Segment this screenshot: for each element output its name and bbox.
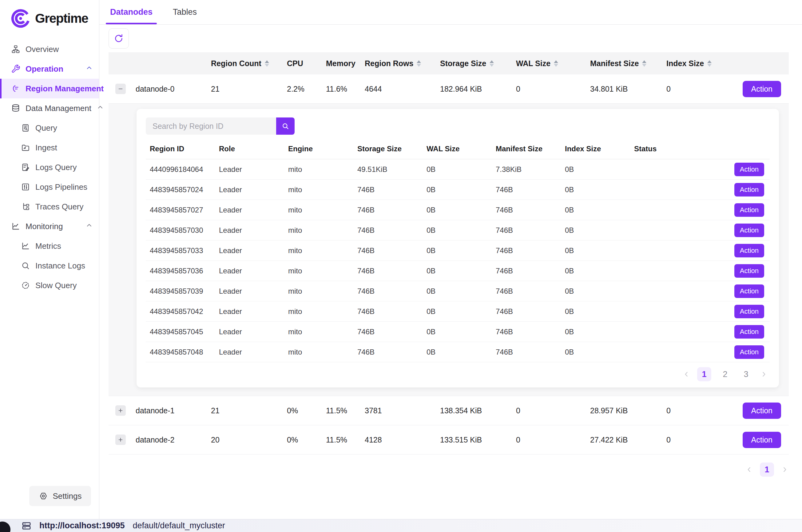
refresh-button[interactable]	[109, 28, 129, 49]
settings-button[interactable]: Settings	[29, 486, 91, 506]
region-search-input[interactable]	[146, 117, 276, 135]
cell-wal-size: 0	[516, 406, 590, 415]
action-button[interactable]: Action	[743, 402, 781, 419]
cell-engine: mito	[284, 327, 354, 336]
sidebar-section-monitoring[interactable]: Monitoring	[0, 216, 99, 236]
collapse-row-button[interactable]	[115, 84, 126, 94]
sort-control[interactable]	[265, 60, 269, 67]
sidebar-section-data-management[interactable]: Data Management	[0, 98, 99, 118]
sidebar-item-traces-query[interactable]: Traces Query	[0, 197, 99, 216]
page-button-1[interactable]: 1	[697, 367, 711, 381]
cell-storage-size: 746B	[354, 348, 422, 356]
cell-wal-size: 0	[516, 84, 590, 94]
column-header-manifest-size: Manifest Size	[492, 145, 561, 153]
magnifier-icon	[21, 261, 30, 270]
region-action-button[interactable]: Action	[734, 305, 764, 318]
tab-tables[interactable]: Tables	[172, 0, 198, 24]
metrics-chart-icon	[21, 241, 30, 251]
prev-page-icon[interactable]	[745, 466, 753, 474]
sidebar-item-ingest[interactable]: Ingest	[0, 138, 99, 157]
cell-wal-size: 0B	[422, 348, 492, 356]
region-action-button[interactable]: Action	[734, 183, 764, 196]
cluster-selector[interactable]: default/default_mycluster	[133, 521, 225, 530]
sort-control[interactable]	[490, 60, 494, 67]
tab-datanodes[interactable]: Datanodes	[109, 0, 154, 24]
sidebar-item-label: Data Management	[25, 103, 91, 113]
sidebar-item-label: Traces Query	[35, 202, 84, 212]
region-action-button[interactable]: Action	[734, 325, 764, 339]
cell-index-size: 0B	[561, 246, 630, 255]
server-url[interactable]: http://localhost:19095	[39, 521, 125, 530]
plus-icon	[117, 436, 124, 443]
sidebar-item-logs-pipelines[interactable]: Logs Pipelines	[0, 177, 99, 197]
cell-region-rows: 4128	[365, 435, 440, 444]
cell-memory: 11.6%	[326, 84, 365, 94]
column-header-region-id: Region ID	[146, 145, 215, 153]
refresh-icon	[114, 34, 123, 43]
prev-page-icon[interactable]	[682, 370, 690, 378]
cell-index-size: 0B	[561, 186, 630, 194]
main-panel: Datanodes Tables Region Count CPU	[99, 0, 802, 519]
sidebar-item-region-management[interactable]: Region Management	[0, 79, 99, 98]
tree-icon	[21, 202, 30, 211]
expand-row-button[interactable]	[115, 405, 126, 416]
cell-role: Leader	[215, 348, 284, 356]
sidebar-item-slow-query[interactable]: Slow Query	[0, 276, 99, 295]
sidebar-item-label: Metrics	[35, 241, 61, 251]
sidebar-item-query[interactable]: Query	[0, 118, 99, 138]
status-bar: http://localhost:19095 default/default_m…	[0, 519, 802, 532]
cell-index-size: 0B	[561, 226, 630, 235]
region-action-button[interactable]: Action	[734, 345, 764, 359]
sidebar-item-label: Instance Logs	[35, 261, 85, 271]
search-icon	[281, 122, 290, 130]
cell-engine: mito	[284, 206, 354, 214]
sort-control[interactable]	[554, 60, 558, 67]
sort-control[interactable]	[642, 60, 646, 67]
sidebar-item-label: Logs Pipelines	[35, 182, 87, 192]
cell-manifest-size: 746B	[492, 186, 561, 194]
page-button-3[interactable]: 3	[739, 367, 753, 381]
cell-engine: mito	[284, 226, 354, 235]
sort-control[interactable]	[707, 60, 712, 67]
sidebar-item-overview[interactable]: Overview	[0, 39, 99, 59]
next-page-icon[interactable]	[781, 466, 789, 474]
sidebar-item-metrics[interactable]: Metrics	[0, 236, 99, 256]
sidebar-section-operation[interactable]: Operation	[0, 59, 99, 79]
sidebar-item-label: Slow Query	[35, 281, 77, 290]
chevron-up-icon[interactable]	[85, 222, 93, 231]
column-header-cpu: CPU	[287, 59, 303, 68]
cell-region-id: 4483945857039	[146, 287, 215, 296]
cell-region-id: 4483945857027	[146, 206, 215, 214]
next-page-icon[interactable]	[760, 370, 768, 378]
region-action-button[interactable]: Action	[734, 203, 764, 217]
datanode-name: datanode-0	[136, 84, 211, 94]
sidebar-item-logs-query[interactable]: Logs Query	[0, 157, 99, 177]
region-action-button[interactable]: Action	[734, 163, 764, 176]
sidebar-item-instance-logs[interactable]: Instance Logs	[0, 256, 99, 276]
chevron-up-icon[interactable]	[85, 64, 93, 74]
cell-region-rows: 4644	[365, 84, 440, 94]
page-button-1[interactable]: 1	[760, 462, 774, 477]
region-action-button[interactable]: Action	[734, 224, 764, 237]
region-card: Region ID Role Engine Storage Size WAL S…	[136, 109, 779, 387]
region-row: 4483945857048 Leader mito 746B 0B 746B 0…	[146, 342, 770, 362]
region-action-button[interactable]: Action	[734, 284, 764, 298]
region-table-header: Region ID Role Engine Storage Size WAL S…	[146, 138, 770, 159]
content-area: Region Count CPU Memory Region Rows Stor…	[99, 25, 802, 477]
sort-control[interactable]	[417, 60, 421, 67]
region-action-button[interactable]: Action	[734, 244, 764, 258]
region-search-button[interactable]	[276, 117, 294, 135]
action-button[interactable]: Action	[743, 81, 781, 97]
cell-engine: mito	[284, 246, 354, 255]
table-row-datanode-1: datanode-1 21 0% 11.5% 3781 138.354 KiB …	[109, 396, 789, 425]
action-button[interactable]: Action	[743, 432, 781, 448]
settings-label: Settings	[53, 491, 82, 501]
page-button-2[interactable]: 2	[718, 367, 732, 381]
expand-row-button[interactable]	[115, 435, 126, 445]
region-management-icon	[11, 84, 20, 93]
region-action-button[interactable]: Action	[734, 264, 764, 278]
plus-icon	[117, 407, 124, 414]
region-row: 4483945857033 Leader mito 746B 0B 746B 0…	[146, 241, 770, 261]
gauge-icon	[21, 281, 30, 290]
cell-region-count: 21	[211, 84, 287, 94]
